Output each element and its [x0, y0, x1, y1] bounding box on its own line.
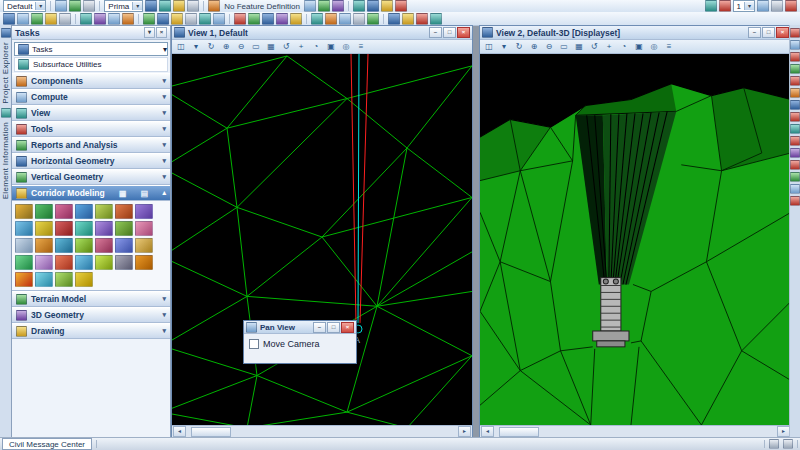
dock-tool-icon[interactable] — [790, 196, 800, 206]
scrollbar-thumb[interactable] — [499, 427, 539, 437]
section-horizontal-geometry[interactable]: Horizontal Geometry — [12, 153, 170, 169]
toolbar-icon[interactable] — [187, 0, 199, 12]
corridor-tool-icon[interactable] — [35, 272, 53, 287]
maximize-button[interactable] — [762, 27, 775, 38]
view-previous-icon[interactable] — [617, 40, 631, 53]
toolbar-icon[interactable] — [3, 13, 15, 25]
scale-combo[interactable]: 1 — [733, 0, 755, 12]
corridor-tool-icon[interactable] — [55, 272, 73, 287]
toolbar-icon[interactable] — [108, 13, 120, 25]
status-icon[interactable] — [783, 439, 793, 449]
view-attributes-icon[interactable] — [482, 40, 496, 53]
corridor-tool-icon[interactable] — [135, 238, 153, 253]
status-icon[interactable] — [769, 439, 779, 449]
zoom-out-icon[interactable] — [542, 40, 556, 53]
corridor-tool-icon[interactable] — [75, 204, 93, 219]
corridor-tool-icon[interactable] — [115, 255, 133, 270]
toolbar-icon[interactable] — [80, 13, 92, 25]
zoom-in-icon[interactable] — [219, 40, 233, 53]
toolbar-icon[interactable] — [311, 13, 323, 25]
update-view-icon[interactable] — [512, 40, 526, 53]
list-view-icon[interactable]: ▤ — [141, 189, 149, 198]
section-3d-geometry[interactable]: 3D Geometry — [12, 307, 170, 323]
corridor-tool-icon[interactable] — [55, 221, 73, 236]
scrollbar-thumb[interactable] — [191, 427, 231, 437]
corridor-tool-icon[interactable] — [15, 204, 33, 219]
clip-volume-icon[interactable] — [662, 40, 676, 53]
lock-icon[interactable] — [208, 0, 220, 12]
close-button[interactable] — [776, 27, 789, 38]
toolbar-icon[interactable] — [213, 13, 225, 25]
corridor-tool-icon[interactable] — [75, 238, 93, 253]
tab-element-information[interactable]: Element Information — [1, 122, 10, 199]
view1-titlebar[interactable]: View 1, Default — [172, 26, 472, 40]
corridor-tool-icon[interactable] — [135, 255, 153, 270]
toolbar-icon[interactable] — [45, 13, 57, 25]
toolbar-icon[interactable] — [143, 13, 155, 25]
corridor-tool-icon[interactable] — [95, 221, 113, 236]
corridor-tool-icon[interactable] — [115, 204, 133, 219]
toolbar-icon[interactable] — [705, 0, 717, 12]
scroll-right-icon[interactable] — [458, 426, 471, 437]
corridor-tool-icon[interactable] — [95, 204, 113, 219]
section-vertical-geometry[interactable]: Vertical Geometry — [12, 169, 170, 185]
dock-tool-icon[interactable] — [790, 40, 800, 50]
toolbar-icon[interactable] — [59, 13, 71, 25]
task-list-selector[interactable]: Tasks — [14, 42, 168, 56]
corridor-tool-icon[interactable] — [135, 221, 153, 236]
toolbar-icon[interactable] — [353, 13, 365, 25]
toolbar-icon[interactable] — [157, 13, 169, 25]
section-components[interactable]: Components — [12, 73, 170, 89]
zoom-in-icon[interactable] — [527, 40, 541, 53]
section-drawing[interactable]: Drawing — [12, 323, 170, 339]
close-icon[interactable] — [785, 0, 797, 12]
toolbar-icon[interactable] — [173, 0, 185, 12]
toolbar-icon[interactable] — [69, 0, 81, 12]
tasks-panel-titlebar[interactable]: Tasks — [12, 26, 170, 40]
toolbar-icon[interactable] — [304, 0, 316, 12]
toolbar-icon[interactable] — [367, 13, 379, 25]
toolbar-icon[interactable] — [122, 13, 134, 25]
fit-view-icon[interactable] — [264, 40, 278, 53]
toolbar-icon[interactable] — [199, 13, 211, 25]
toolbar-icon[interactable] — [332, 0, 344, 12]
view-menu-icon[interactable] — [189, 40, 203, 53]
section-tools[interactable]: Tools — [12, 121, 170, 137]
pin-button[interactable] — [327, 322, 340, 333]
dock-tool-icon[interactable] — [790, 172, 800, 182]
task-item-subsurface-utilities[interactable]: Subsurface Utilities — [14, 57, 168, 72]
dock-tool-icon[interactable] — [790, 64, 800, 74]
panel-menu-icon[interactable] — [144, 27, 155, 38]
fit-view-icon[interactable] — [572, 40, 586, 53]
dock-tool-icon[interactable] — [790, 112, 800, 122]
corridor-tool-icon[interactable] — [15, 255, 33, 270]
copy-view-icon[interactable] — [339, 40, 353, 53]
move-camera-checkbox[interactable] — [249, 339, 259, 349]
section-view[interactable]: View — [12, 105, 170, 121]
view-previous-icon[interactable] — [309, 40, 323, 53]
dock-tool-icon[interactable] — [790, 184, 800, 194]
corridor-tool-icon[interactable] — [115, 221, 133, 236]
close-button[interactable] — [341, 322, 354, 333]
view1-canvas[interactable]: A — [172, 54, 472, 425]
toolbar-icon[interactable] — [388, 13, 400, 25]
corridor-tool-icon[interactable] — [95, 238, 113, 253]
corridor-tool-icon[interactable] — [35, 238, 53, 253]
toolbar-icon[interactable] — [325, 13, 337, 25]
toolbar-icon[interactable] — [94, 13, 106, 25]
toolbar-icon[interactable] — [248, 13, 260, 25]
minimize-button[interactable] — [748, 27, 761, 38]
dock-tool-icon[interactable] — [790, 28, 800, 38]
update-view-icon[interactable] — [204, 40, 218, 53]
toolbar-icon[interactable] — [402, 13, 414, 25]
toolbar-icon[interactable] — [381, 0, 393, 12]
maximize-button[interactable] — [443, 27, 456, 38]
dock-tool-icon[interactable] — [790, 148, 800, 158]
corridor-tool-icon[interactable] — [75, 221, 93, 236]
toolbar-icon[interactable] — [262, 13, 274, 25]
dock-tool-icon[interactable] — [790, 100, 800, 110]
dock-tool-icon[interactable] — [790, 52, 800, 62]
corridor-tool-icon[interactable] — [75, 272, 93, 287]
active-template-combo[interactable]: Default — [3, 0, 46, 12]
civil-message-center-tab[interactable]: Civil Message Center — [2, 438, 92, 450]
